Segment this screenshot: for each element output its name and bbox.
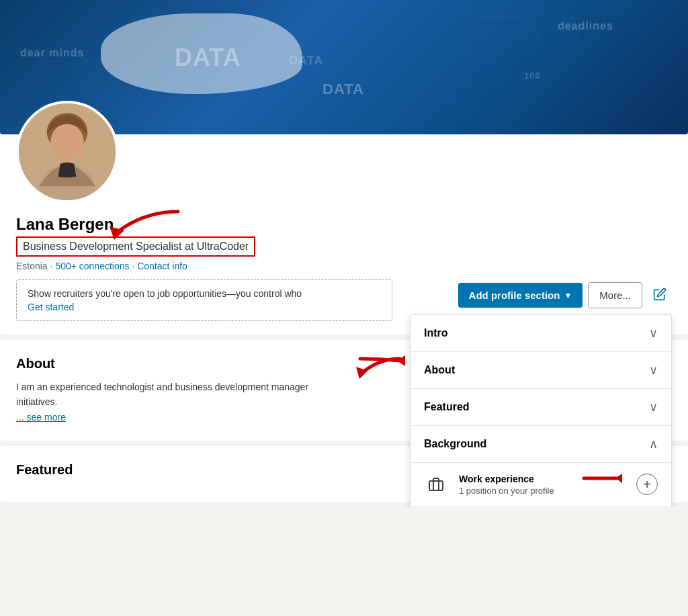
more-button[interactable]: More... [588,282,642,308]
svg-rect-11 [538,30,578,44]
pencil-icon [653,288,666,301]
bg-item-work: Work experience 1 position on your profi… [411,463,671,507]
background-chevron-icon: ∧ [649,437,658,451]
get-started-link[interactable]: Get started [28,302,381,312]
about-label: About [424,364,455,376]
open-to-work-text: Show recruiters you're open to job oppor… [28,288,302,299]
dropdown-featured[interactable]: Featured ∨ [411,389,671,426]
dropdown-about[interactable]: About ∨ [411,352,671,389]
open-to-work-banner: Show recruiters you're open to job oppor… [16,279,392,321]
dropdown-background-header[interactable]: Background ∧ [411,426,671,463]
intro-chevron-icon: ∨ [649,326,658,341]
intro-label: Intro [424,327,448,339]
location: Estonia [16,261,48,271]
profile-info: Lana Bergen Business Development Special… [16,215,392,321]
add-section-dropdown: Intro ∨ About ∨ Featured [410,314,672,507]
banner-text-data: DATA [175,44,241,72]
about-text-line2: initiatives. [16,396,57,407]
see-more-link[interactable]: ... see more [16,412,66,423]
banner-text-data3: DATA [322,81,364,98]
profile-section: Add profile section ▼ More... Lana Berge… [0,134,688,335]
edit-button[interactable] [648,282,672,308]
banner-text-100: 100 [524,71,541,81]
connections-link[interactable]: 500+ connections [55,261,129,271]
featured-label: Featured [424,401,470,413]
svg-point-18 [50,124,83,159]
banner-text-deadlines: deadlines [558,20,613,32]
avatar [16,101,118,203]
profile-name: Lana Bergen [16,215,392,234]
featured-chevron-icon: ∨ [649,400,658,414]
contact-info-link[interactable]: Contact info [137,261,187,271]
dropdown-about-wrapper: About ∨ [411,352,671,389]
work-exp-text: Work experience 1 position on your profi… [459,474,626,496]
profile-title-box: Business Development Specialist at Ultra… [16,236,255,257]
about-chevron-icon: ∨ [649,363,658,378]
work-exp-title: Work experience [459,474,626,484]
background-items: Work experience 1 position on your profi… [411,463,671,507]
action-buttons: Add profile section ▼ More... [458,282,672,308]
background-label: Background [424,438,486,450]
about-text-line1: I am an experienced technologist and bus… [16,382,308,392]
banner-text-dearmind: dear minds [20,47,84,59]
svg-rect-24 [429,481,443,490]
banner-text-data2: DATA [289,54,323,68]
briefcase-icon [424,472,448,496]
dropdown-arrow-icon: ▼ [564,291,572,300]
dropdown-intro[interactable]: Intro ∨ [411,315,671,352]
work-exp-subtitle: 1 position on your profile [459,486,626,496]
add-profile-section-button[interactable]: Add profile section ▼ [458,283,583,308]
add-work-button[interactable]: + [636,474,658,495]
bg-item-education: Education 1 school on your profile + [411,507,671,507]
profile-title: Business Development Specialist at Ultra… [23,240,249,252]
profile-meta: Estonia · 500+ connections · Contact inf… [16,261,392,271]
add-section-label: Add profile section [469,290,560,301]
avatar-container [16,101,118,203]
more-label: More... [599,290,631,301]
